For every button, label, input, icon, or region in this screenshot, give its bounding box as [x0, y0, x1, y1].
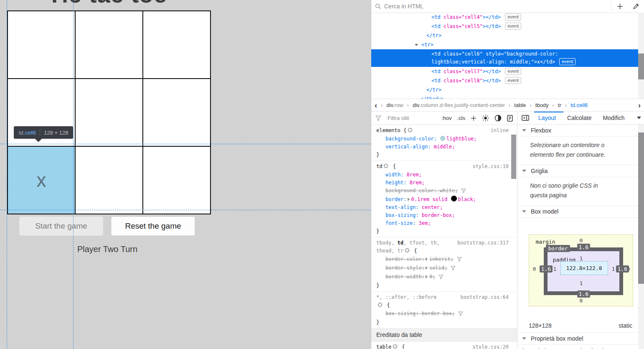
- expand-arrow-icon[interactable]: [426, 275, 428, 278]
- box-model-property-row-clipped[interactable]: box-sizing border-box: [517, 345, 644, 349]
- selector-target-icon[interactable]: [405, 247, 410, 255]
- box-model-content-box[interactable]: 122.8×122.8: [560, 261, 608, 275]
- css-declaration[interactable]: background-color: lightblue;: [385, 135, 517, 143]
- section-header-box-model-props[interactable]: Proprietà box model: [517, 332, 644, 345]
- breadcrumb-item-tbody[interactable]: tbody: [535, 102, 549, 108]
- tabs-dropdown-icon[interactable]: [637, 117, 641, 119]
- breadcrumb-forward-icon[interactable]: ›: [638, 102, 641, 109]
- start-game-button[interactable]: Start the game: [19, 217, 103, 236]
- reset-game-button[interactable]: Reset the game: [111, 217, 195, 236]
- breadcrumb-item-td-cell6[interactable]: td.cell6: [570, 102, 588, 108]
- section-header-grid[interactable]: Griglia: [517, 165, 644, 177]
- css-declaration-overridden[interactable]: border-color:inherit;: [385, 255, 517, 264]
- css-declaration-overridden[interactable]: background-color: white;: [385, 187, 517, 196]
- css-declaration[interactable]: font-size: 3em;: [385, 219, 517, 227]
- expand-arrow-icon[interactable]: [426, 266, 428, 270]
- margin-bottom-value[interactable]: 0: [529, 298, 634, 304]
- filter-property-icon[interactable]: [461, 189, 466, 194]
- margin-top-value[interactable]: 0: [529, 237, 634, 244]
- filter-property-icon[interactable]: [458, 311, 463, 317]
- css-declaration[interactable]: vertical-align: middle;: [385, 143, 517, 151]
- event-badge[interactable]: event: [505, 68, 521, 75]
- selector-target-icon[interactable]: [393, 344, 398, 349]
- color-swatch-lightblue[interactable]: [440, 136, 445, 141]
- rules-scrollbar-thumb[interactable]: [511, 135, 516, 179]
- css-declaration[interactable]: height: 8rem;: [385, 179, 517, 187]
- rule-origin[interactable]: inline: [491, 127, 509, 135]
- selector-target-icon[interactable]: [408, 127, 413, 135]
- tree-row-close-tbody[interactable]: </tbody>: [371, 94, 639, 99]
- create-node-plus-icon[interactable]: [611, 3, 628, 10]
- section-header-box-model[interactable]: Box model: [517, 206, 644, 218]
- breadcrumb-item-tr[interactable]: tr: [558, 102, 561, 108]
- box-model-margin-layer[interactable]: margin 0 0 0 0 border 1.6 1.6 1.6 1.6 pa…: [529, 234, 633, 306]
- padding-left-value[interactable]: 1: [553, 266, 557, 272]
- css-declaration[interactable]: box-sizing: border-box;: [385, 211, 517, 219]
- tree-row-cell6-selected[interactable]: <td class="cell6" style="background-colo…: [371, 49, 639, 67]
- tree-row-cell7[interactable]: <td class="cell7"></td>event: [371, 67, 639, 76]
- print-media-icon[interactable]: [507, 115, 513, 122]
- expand-arrow-icon[interactable]: [426, 257, 428, 261]
- rule-origin[interactable]: style.css:20: [472, 343, 509, 349]
- layout-scrollbar[interactable]: [638, 125, 644, 349]
- tree-row-close-tr[interactable]: </tr>: [371, 31, 639, 40]
- add-rule-icon[interactable]: [471, 115, 477, 121]
- layout-scrollbar-thumb[interactable]: [638, 132, 644, 284]
- rule-origin[interactable]: bootstrap.css:64: [460, 293, 509, 301]
- tab-layout[interactable]: Layout: [538, 115, 556, 121]
- padding-top-value[interactable]: 1: [529, 255, 634, 262]
- event-badge[interactable]: event: [559, 58, 576, 65]
- tree-row-cell8[interactable]: <td class="cell8"></td>event: [371, 76, 639, 85]
- css-declaration-overridden[interactable]: border-style:solid;: [385, 264, 517, 273]
- tab-changes[interactable]: Modifich: [603, 115, 624, 121]
- tree-scrollbar[interactable]: [638, 13, 644, 99]
- board-cell-8[interactable]: [143, 146, 210, 214]
- board-cell-4[interactable]: [75, 79, 143, 146]
- tree-row-cell5[interactable]: <td class="cell5"></td>event: [371, 22, 639, 31]
- rule-origin[interactable]: style.css:10: [472, 163, 509, 171]
- css-declaration[interactable]: width: 8rem;: [385, 171, 517, 179]
- sidebar-toggle-icon[interactable]: [522, 115, 529, 121]
- css-declaration[interactable]: border:0.1rem solid black;: [385, 196, 517, 204]
- tree-row-open-tr[interactable]: <tr>: [371, 40, 639, 49]
- board-cell-6-highlighted[interactable]: x: [8, 146, 75, 214]
- css-declaration-overridden[interactable]: box-sizing: border-box;: [385, 310, 517, 318]
- tree-scrollbar-thumb[interactable]: [638, 53, 644, 79]
- board-cell-0[interactable]: [8, 11, 75, 79]
- event-badge[interactable]: event: [505, 23, 521, 30]
- css-declaration[interactable]: text-align: center;: [385, 204, 517, 211]
- filter-property-icon[interactable]: [457, 257, 462, 263]
- pseudo-class-toggle[interactable]: :hov: [441, 115, 452, 121]
- board-cell-1[interactable]: [75, 11, 143, 79]
- tree-row-cell4[interactable]: <td class="cell4"></td>event: [371, 13, 639, 22]
- tree-row-close-tr[interactable]: </tr>: [371, 85, 639, 94]
- border-bottom-value[interactable]: 1.6: [577, 290, 590, 298]
- border-left-value[interactable]: 1.6: [540, 265, 553, 273]
- rule-origin[interactable]: bootstrap.css:317: [457, 239, 509, 247]
- event-badge[interactable]: event: [505, 77, 521, 84]
- tab-computed[interactable]: Calcolate: [567, 115, 591, 121]
- eyedropper-icon[interactable]: [628, 3, 644, 10]
- padding-bottom-value[interactable]: 1: [529, 280, 634, 286]
- color-scheme-contrast-icon[interactable]: [494, 115, 502, 122]
- board-cell-7[interactable]: [75, 146, 143, 214]
- color-swatch-black[interactable]: [451, 196, 457, 201]
- filter-property-icon[interactable]: [439, 275, 444, 280]
- board-cell-5[interactable]: [143, 79, 210, 146]
- board-cell-2[interactable]: [143, 11, 210, 79]
- search-input[interactable]: [383, 3, 611, 10]
- breadcrumb-item-div-row[interactable]: div.row: [386, 102, 403, 108]
- border-right-value[interactable]: 1.6: [616, 265, 629, 273]
- expand-arrow-icon[interactable]: [408, 198, 410, 201]
- breadcrumb-item-table[interactable]: table: [514, 102, 526, 108]
- selector-target-icon[interactable]: [383, 163, 388, 171]
- expand-arrow-icon[interactable]: [415, 44, 418, 46]
- section-header-flexbox[interactable]: Flexbox: [517, 125, 644, 137]
- filter-styles-input[interactable]: [387, 115, 418, 122]
- padding-right-value[interactable]: 1: [612, 266, 615, 272]
- class-toggle[interactable]: .cls: [457, 115, 466, 121]
- filter-property-icon[interactable]: [451, 266, 456, 272]
- selector-target-icon[interactable]: [378, 302, 383, 310]
- breadcrumb-back-icon[interactable]: ‹: [375, 102, 377, 109]
- breadcrumb-item-div-column[interactable]: div.column.d-flex.justify-content-center: [413, 102, 505, 108]
